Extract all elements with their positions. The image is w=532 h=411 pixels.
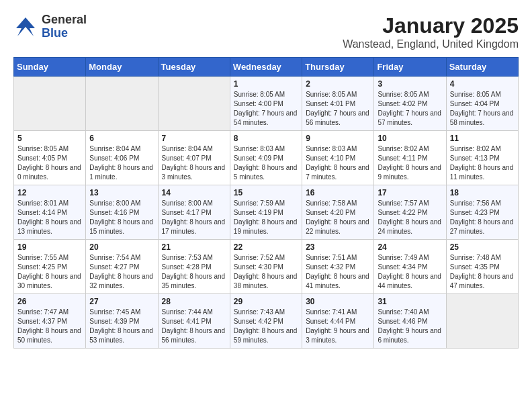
day-number: 22 bbox=[234, 242, 298, 252]
day-number: 8 bbox=[234, 134, 298, 143]
day-cell: 6Sunrise: 8:04 AMSunset: 4:06 PMDaylight… bbox=[86, 131, 158, 185]
day-number: 16 bbox=[306, 188, 370, 197]
day-cell: 19Sunrise: 7:55 AMSunset: 4:25 PMDayligh… bbox=[14, 240, 86, 294]
day-number: 14 bbox=[162, 188, 226, 197]
day-number: 13 bbox=[89, 188, 154, 197]
day-number: 4 bbox=[450, 79, 515, 89]
day-info: Sunrise: 7:40 AMSunset: 4:46 PMDaylight:… bbox=[378, 308, 441, 344]
col-header-tuesday: Tuesday bbox=[158, 58, 230, 77]
day-number: 2 bbox=[306, 79, 370, 89]
day-cell: 25Sunrise: 7:48 AMSunset: 4:35 PMDayligh… bbox=[446, 240, 518, 294]
day-cell: 24Sunrise: 7:49 AMSunset: 4:34 PMDayligh… bbox=[374, 240, 446, 294]
day-number: 3 bbox=[378, 79, 442, 89]
calendar-table: SundayMondayTuesdayWednesdayThursdayFrid… bbox=[13, 57, 519, 349]
day-cell: 8Sunrise: 8:03 AMSunset: 4:09 PMDaylight… bbox=[230, 131, 302, 185]
day-info: Sunrise: 7:45 AMSunset: 4:39 PMDaylight:… bbox=[89, 308, 153, 344]
day-number: 11 bbox=[450, 134, 515, 143]
day-info: Sunrise: 8:05 AMSunset: 4:05 PMDaylight:… bbox=[17, 145, 81, 181]
day-cell: 16Sunrise: 7:58 AMSunset: 4:20 PMDayligh… bbox=[302, 185, 374, 240]
day-info: Sunrise: 7:43 AMSunset: 4:42 PMDaylight:… bbox=[234, 308, 298, 344]
day-cell: 18Sunrise: 7:56 AMSunset: 4:23 PMDayligh… bbox=[446, 185, 518, 240]
day-cell bbox=[14, 77, 86, 131]
title-section: January 2025 Wanstead, England, United K… bbox=[343, 13, 519, 50]
day-cell: 21Sunrise: 7:53 AMSunset: 4:28 PMDayligh… bbox=[158, 240, 230, 294]
day-number: 9 bbox=[306, 134, 370, 143]
day-info: Sunrise: 8:05 AMSunset: 4:00 PMDaylight:… bbox=[234, 91, 298, 126]
day-number: 6 bbox=[89, 134, 154, 143]
day-cell: 23Sunrise: 7:51 AMSunset: 4:32 PMDayligh… bbox=[302, 240, 374, 294]
day-cell: 17Sunrise: 7:57 AMSunset: 4:22 PMDayligh… bbox=[374, 185, 446, 240]
day-cell: 14Sunrise: 8:00 AMSunset: 4:17 PMDayligh… bbox=[158, 185, 230, 240]
col-header-monday: Monday bbox=[86, 58, 158, 77]
week-row-1: 1Sunrise: 8:05 AMSunset: 4:00 PMDaylight… bbox=[14, 77, 519, 131]
day-number: 26 bbox=[17, 297, 82, 306]
day-cell: 2Sunrise: 8:05 AMSunset: 4:01 PMDaylight… bbox=[302, 77, 374, 131]
day-cell: 1Sunrise: 8:05 AMSunset: 4:00 PMDaylight… bbox=[230, 77, 302, 131]
col-header-sunday: Sunday bbox=[14, 58, 86, 77]
day-info: Sunrise: 7:51 AMSunset: 4:32 PMDaylight:… bbox=[306, 254, 369, 289]
col-header-friday: Friday bbox=[374, 58, 446, 77]
day-info: Sunrise: 8:02 AMSunset: 4:11 PMDaylight:… bbox=[378, 145, 441, 181]
day-number: 28 bbox=[162, 297, 226, 306]
day-info: Sunrise: 8:00 AMSunset: 4:16 PMDaylight:… bbox=[89, 199, 153, 235]
day-cell: 29Sunrise: 7:43 AMSunset: 4:42 PMDayligh… bbox=[230, 294, 302, 349]
col-header-thursday: Thursday bbox=[302, 58, 374, 77]
day-info: Sunrise: 8:05 AMSunset: 4:04 PMDaylight:… bbox=[450, 91, 514, 126]
day-number: 30 bbox=[306, 297, 370, 306]
day-number: 10 bbox=[378, 134, 442, 143]
day-number: 7 bbox=[162, 134, 226, 143]
day-info: Sunrise: 7:41 AMSunset: 4:44 PMDaylight:… bbox=[306, 308, 369, 344]
day-info: Sunrise: 8:00 AMSunset: 4:17 PMDaylight:… bbox=[162, 199, 226, 235]
day-cell: 11Sunrise: 8:02 AMSunset: 4:13 PMDayligh… bbox=[446, 131, 518, 185]
day-info: Sunrise: 7:54 AMSunset: 4:27 PMDaylight:… bbox=[89, 254, 153, 289]
day-number: 19 bbox=[17, 242, 82, 252]
day-cell: 13Sunrise: 8:00 AMSunset: 4:16 PMDayligh… bbox=[86, 185, 158, 240]
day-cell: 26Sunrise: 7:47 AMSunset: 4:37 PMDayligh… bbox=[14, 294, 86, 349]
day-cell bbox=[446, 294, 518, 349]
day-number: 23 bbox=[306, 242, 370, 252]
day-info: Sunrise: 8:01 AMSunset: 4:14 PMDaylight:… bbox=[17, 199, 81, 235]
day-info: Sunrise: 7:48 AMSunset: 4:35 PMDaylight:… bbox=[450, 254, 514, 289]
calendar-subtitle: Wanstead, England, United Kingdom bbox=[343, 38, 519, 50]
day-info: Sunrise: 7:47 AMSunset: 4:37 PMDaylight:… bbox=[17, 308, 81, 344]
day-info: Sunrise: 8:03 AMSunset: 4:10 PMDaylight:… bbox=[306, 145, 369, 181]
day-number: 20 bbox=[89, 242, 154, 252]
day-cell: 27Sunrise: 7:45 AMSunset: 4:39 PMDayligh… bbox=[86, 294, 158, 349]
logo-text: General Blue bbox=[42, 13, 87, 40]
logo-icon bbox=[13, 15, 38, 39]
day-cell: 28Sunrise: 7:44 AMSunset: 4:41 PMDayligh… bbox=[158, 294, 230, 349]
day-info: Sunrise: 8:02 AMSunset: 4:13 PMDaylight:… bbox=[450, 145, 514, 181]
day-cell: 22Sunrise: 7:52 AMSunset: 4:30 PMDayligh… bbox=[230, 240, 302, 294]
day-cell: 9Sunrise: 8:03 AMSunset: 4:10 PMDaylight… bbox=[302, 131, 374, 185]
day-number: 17 bbox=[378, 188, 442, 197]
day-cell: 12Sunrise: 8:01 AMSunset: 4:14 PMDayligh… bbox=[14, 185, 86, 240]
day-cell: 4Sunrise: 8:05 AMSunset: 4:04 PMDaylight… bbox=[446, 77, 518, 131]
day-number: 18 bbox=[450, 188, 515, 197]
day-number: 25 bbox=[450, 242, 515, 252]
header: General Blue January 2025 Wanstead, Engl… bbox=[13, 13, 519, 50]
calendar-header-row: SundayMondayTuesdayWednesdayThursdayFrid… bbox=[14, 58, 519, 77]
day-number: 29 bbox=[234, 297, 298, 306]
day-info: Sunrise: 7:53 AMSunset: 4:28 PMDaylight:… bbox=[162, 254, 226, 289]
day-info: Sunrise: 7:57 AMSunset: 4:22 PMDaylight:… bbox=[378, 199, 441, 235]
day-info: Sunrise: 7:58 AMSunset: 4:20 PMDaylight:… bbox=[306, 199, 369, 235]
day-info: Sunrise: 8:04 AMSunset: 4:06 PMDaylight:… bbox=[89, 145, 153, 181]
day-number: 15 bbox=[234, 188, 298, 197]
day-cell: 7Sunrise: 8:04 AMSunset: 4:07 PMDaylight… bbox=[158, 131, 230, 185]
day-cell: 10Sunrise: 8:02 AMSunset: 4:11 PMDayligh… bbox=[374, 131, 446, 185]
day-cell bbox=[86, 77, 158, 131]
logo-blue-text: Blue bbox=[42, 27, 87, 40]
day-info: Sunrise: 7:52 AMSunset: 4:30 PMDaylight:… bbox=[234, 254, 298, 289]
day-cell bbox=[158, 77, 230, 131]
day-info: Sunrise: 8:04 AMSunset: 4:07 PMDaylight:… bbox=[162, 145, 226, 181]
day-cell: 30Sunrise: 7:41 AMSunset: 4:44 PMDayligh… bbox=[302, 294, 374, 349]
day-cell: 15Sunrise: 7:59 AMSunset: 4:19 PMDayligh… bbox=[230, 185, 302, 240]
day-info: Sunrise: 7:59 AMSunset: 4:19 PMDaylight:… bbox=[234, 199, 298, 235]
day-info: Sunrise: 8:05 AMSunset: 4:01 PMDaylight:… bbox=[306, 91, 369, 126]
week-row-3: 12Sunrise: 8:01 AMSunset: 4:14 PMDayligh… bbox=[14, 185, 519, 240]
logo: General Blue bbox=[13, 13, 87, 40]
day-info: Sunrise: 7:56 AMSunset: 4:23 PMDaylight:… bbox=[450, 199, 514, 235]
day-info: Sunrise: 8:03 AMSunset: 4:09 PMDaylight:… bbox=[234, 145, 298, 181]
day-number: 27 bbox=[89, 297, 154, 306]
week-row-5: 26Sunrise: 7:47 AMSunset: 4:37 PMDayligh… bbox=[14, 294, 519, 349]
